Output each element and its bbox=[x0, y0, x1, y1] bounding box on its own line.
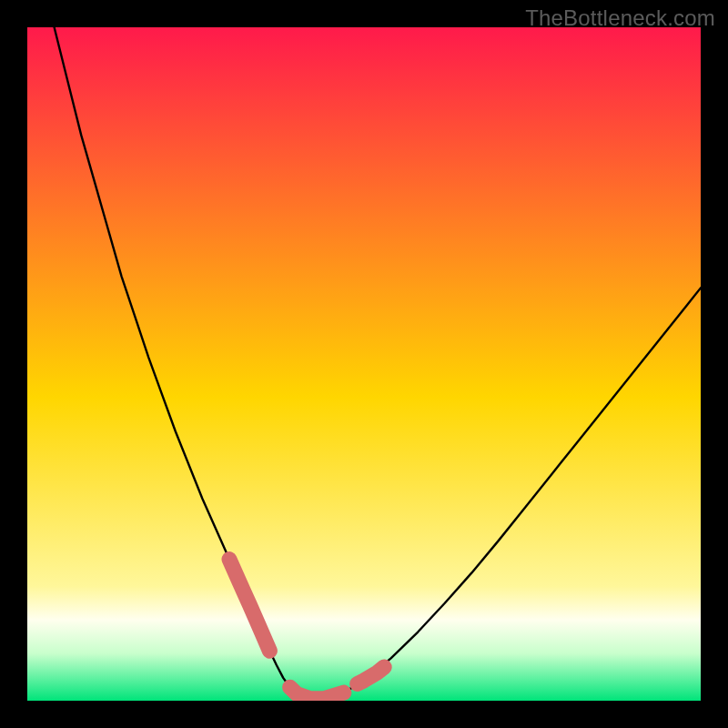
chart-stage: TheBottleneck.com bbox=[0, 0, 728, 728]
bottleneck-chart bbox=[27, 27, 701, 701]
attribution-label: TheBottleneck.com bbox=[525, 5, 715, 31]
gradient-background bbox=[27, 27, 701, 701]
